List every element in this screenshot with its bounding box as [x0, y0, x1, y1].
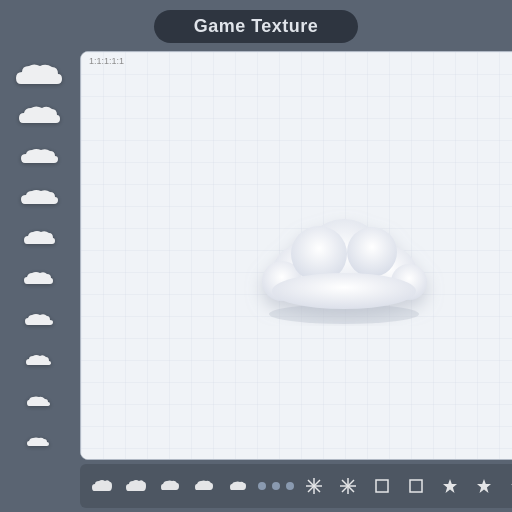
- svg-point-9: [347, 227, 397, 277]
- cloud-thumb-10[interactable]: [6, 424, 74, 462]
- strip-star-3[interactable]: [504, 472, 512, 500]
- strip-cloud-1[interactable]: [88, 472, 116, 500]
- header: Game Texture: [0, 0, 512, 51]
- cloud-thumb-1[interactable]: [6, 55, 74, 93]
- strip-dot-3: [286, 482, 294, 490]
- left-panel: [4, 51, 76, 508]
- cloud-thumb-6[interactable]: [6, 260, 74, 298]
- app-title: Game Texture: [194, 16, 319, 36]
- cloud-thumb-9[interactable]: [6, 383, 74, 421]
- strip-cloud-3[interactable]: [156, 472, 184, 500]
- svg-marker-21: [443, 479, 457, 493]
- canvas-area: 1:1:1:1:1: [80, 51, 512, 508]
- svg-rect-19: [376, 480, 388, 492]
- strip-dot-2: [272, 482, 280, 490]
- strip-cloud-2[interactable]: [122, 472, 150, 500]
- strip-star-2[interactable]: [470, 472, 498, 500]
- cloud-thumb-7[interactable]: [6, 301, 74, 339]
- cloud-3d-illustration: [234, 186, 454, 326]
- strip-snowflake-1[interactable]: [300, 472, 328, 500]
- canvas-label: 1:1:1:1:1: [89, 56, 124, 66]
- main-area: 1:1:1:1:1: [0, 51, 512, 512]
- strip-snowflake-2[interactable]: [334, 472, 362, 500]
- strip-star-1[interactable]: [436, 472, 464, 500]
- cloud-thumb-8[interactable]: [6, 342, 74, 380]
- strip-cloud-4[interactable]: [190, 472, 218, 500]
- svg-point-10: [272, 273, 416, 309]
- main-canvas: 1:1:1:1:1: [80, 51, 512, 460]
- svg-marker-22: [477, 479, 491, 493]
- title-pill: Game Texture: [154, 10, 359, 43]
- strip-cloud-5[interactable]: [224, 472, 252, 500]
- strip-dot-1: [258, 482, 266, 490]
- strip-square-2[interactable]: [402, 472, 430, 500]
- svg-rect-20: [410, 480, 422, 492]
- strip-square-1[interactable]: [368, 472, 396, 500]
- cloud-thumb-3[interactable]: [6, 137, 74, 175]
- bottom-strip: [80, 464, 512, 508]
- cloud-thumb-5[interactable]: [6, 219, 74, 257]
- cloud-thumb-4[interactable]: [6, 178, 74, 216]
- cloud-thumb-2[interactable]: [6, 96, 74, 134]
